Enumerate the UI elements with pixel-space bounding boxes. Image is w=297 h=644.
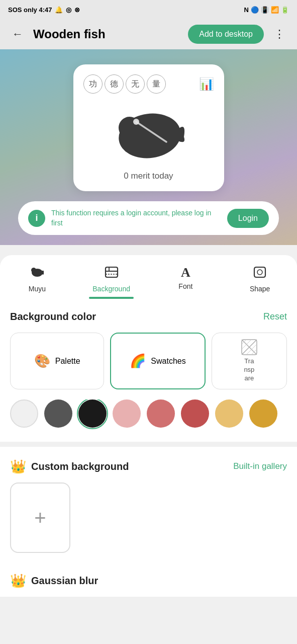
color-circles-row [10,399,287,430]
merit-circle-2: 德 [105,74,124,94]
bottom-panel: Muyu Background A Font [0,255,297,597]
content-area: Background color Reset 🎨 Palette 🌈 Swatc… [0,299,297,442]
merit-circles: 功 德 无 量 [83,74,166,94]
add-photo-box[interactable]: + [10,482,70,553]
login-banner: i This function requires a login account… [18,201,279,235]
status-text: SOS only 4:47 [8,6,52,14]
transparent-button[interactable]: Tra nsp are [212,333,287,389]
tab-background-label: Background [92,285,130,293]
status-right: N 🔵 📳 📶 🔋 [244,6,289,14]
merit-circle-1: 功 [83,74,103,94]
svg-rect-6 [106,267,118,277]
swatches-label: Swatches [151,357,185,366]
page-title: Wooden fish [33,27,182,41]
fish-image[interactable] [109,107,189,162]
svg-point-5 [31,268,36,273]
color-circle-gold[interactable] [249,399,277,428]
color-circle-darkgray[interactable] [44,399,72,428]
custom-bg-label: Custom background [31,461,129,472]
bluetooth-icon: 🔵 [251,6,259,14]
more-options-button[interactable]: ⋮ [270,26,289,43]
gaussian-blur-section: 👑 Gaussian blur [0,565,297,597]
palette-button[interactable]: 🎨 Palette [10,333,104,389]
custom-bg-section: 👑 Custom background Built-in gallery + [0,447,297,565]
svg-point-3 [133,119,139,125]
palette-icon: 🎨 [34,353,50,369]
vibrate-icon: 📳 [261,6,269,14]
tab-bar: Muyu Background A Font [0,255,297,299]
wifi-icon: 📶 [271,6,279,14]
login-button[interactable]: Login [227,209,269,228]
app-card-top: 功 德 无 量 📊 [83,74,214,94]
add-photo-plus-icon: + [34,508,46,528]
palette-label: Palette [55,357,80,366]
custom-bg-title: 👑 Custom background [10,459,129,474]
font-icon: A [181,265,190,280]
status-left: SOS only 4:47 🔔 ◎ ⊗ [8,6,80,14]
nfc-icon: N [244,6,249,14]
tab-font-label: Font [178,282,192,290]
tab-muyu-label: Muyu [29,285,46,293]
app-card: 功 德 无 量 📊 0 merit today [73,64,224,191]
fish-svg [109,107,189,162]
bg-color-title: Background color [10,311,96,323]
svg-point-10 [257,270,262,275]
status-icon-2: ⊗ [74,6,80,14]
gaussian-blur-title: Gaussian blur [31,575,98,587]
shape-icon [252,265,267,283]
muyu-icon [30,265,45,283]
transparent-label2: nsp [244,366,254,374]
color-circle-black[interactable] [78,399,107,428]
color-circle-red[interactable] [181,399,209,428]
section-divider [0,442,297,447]
info-icon: i [28,210,45,227]
notification-icon: 🔔 [55,6,63,14]
main-background: 功 德 无 量 📊 0 merit today i [0,49,297,245]
built-in-gallery-button[interactable]: Built-in gallery [233,461,287,471]
background-icon [104,265,119,283]
header: ← Wooden fish Add to desktop ⋮ [0,19,297,49]
tab-font[interactable]: A Font [149,261,223,299]
tab-shape[interactable]: Shape [223,261,297,299]
merit-circle-3: 无 [126,74,145,94]
color-circle-lightyellow[interactable] [215,399,243,428]
color-circle-medpink[interactable] [147,399,175,428]
login-message: This function requires a login account, … [51,208,221,228]
swatches-icon: 🌈 [130,353,146,369]
reset-button[interactable]: Reset [263,311,287,322]
bg-color-section-header: Background color Reset [10,311,287,323]
crown-icon: 👑 [10,459,26,474]
custom-bg-header: 👑 Custom background Built-in gallery [10,459,287,474]
chart-icon[interactable]: 📊 [199,77,214,91]
add-to-desktop-button[interactable]: Add to desktop [188,25,264,44]
battery-icon: 🔋 [281,6,289,14]
status-icon-1: ◎ [66,6,71,14]
tab-background[interactable]: Background [74,261,149,299]
style-buttons-row: 🎨 Palette 🌈 Swatches Tra nsp [10,333,287,389]
tab-shape-label: Shape [250,285,270,293]
transparent-icon [241,339,257,355]
tab-active-indicator [89,297,134,299]
color-circle-lightpink[interactable] [113,399,141,428]
merit-count-text: 0 merit today [124,171,173,181]
transparent-label: Tra [244,357,254,366]
merit-circle-4: 量 [147,74,166,94]
swatches-button[interactable]: 🌈 Swatches [110,333,205,389]
back-button[interactable]: ← [8,26,27,43]
status-bar: SOS only 4:47 🔔 ◎ ⊗ N 🔵 📳 📶 🔋 [0,0,297,19]
gaussian-crown-icon: 👑 [10,573,26,589]
transparent-label3: are [244,374,254,383]
color-circle-white[interactable] [10,399,38,428]
tab-muyu[interactable]: Muyu [0,261,74,299]
